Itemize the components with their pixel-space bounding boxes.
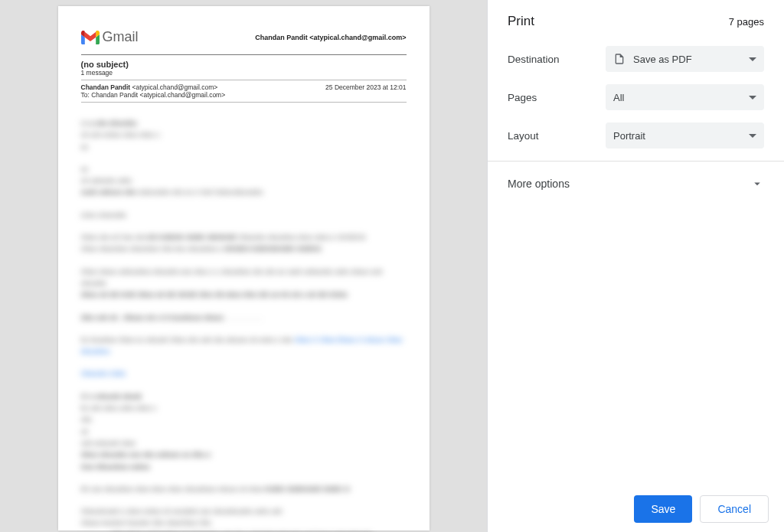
dropdown-caret-icon: [749, 134, 756, 138]
gmail-text: Gmail: [103, 29, 139, 45]
message-count: 1 message: [81, 69, 407, 77]
email-body-redacted: Lk a oke eksoekaok sok eokse okse okse o…: [81, 118, 407, 532]
more-options-label: More options: [508, 178, 570, 190]
email-date: 25 December 2023 at 12:01: [325, 83, 406, 91]
layout-dropdown[interactable]: Portrait: [606, 122, 764, 149]
page-count: 7 pages: [729, 16, 764, 28]
panel-title: Print: [508, 14, 534, 29]
preview-page: Gmail Chandan Pandit <atypical.chand@gma…: [58, 6, 430, 530]
dropdown-caret-icon: [749, 57, 756, 61]
pages-label: Pages: [508, 92, 606, 103]
layout-value: Portrait: [613, 130, 645, 142]
destination-dropdown[interactable]: Save as PDF: [606, 46, 764, 72]
chevron-down-icon: [750, 177, 764, 191]
more-options-toggle[interactable]: More options: [508, 177, 764, 204]
pdf-icon: [613, 52, 626, 66]
print-settings-panel: Print 7 pages Destination Save as PDF Pa…: [487, 0, 784, 532]
gmail-m-icon: [81, 31, 100, 44]
layout-label: Layout: [508, 130, 606, 142]
destination-label: Destination: [508, 54, 606, 65]
account-id: Chandan Pandit <atypical.chand@gmail.com…: [255, 34, 406, 41]
cancel-button[interactable]: Cancel: [700, 495, 769, 523]
pages-value: All: [613, 92, 624, 103]
pages-dropdown[interactable]: All: [606, 84, 764, 110]
from-line: Chandan Pandit <atypical.chand@gmail.com…: [81, 83, 218, 91]
print-preview-area: Gmail Chandan Pandit <atypical.chand@gma…: [0, 0, 487, 532]
to-line: To: Chandan Pandit <atypical.chand@gmail…: [81, 91, 407, 99]
gmail-logo: Gmail: [81, 29, 139, 45]
panel-footer: Save Cancel: [488, 485, 784, 532]
destination-value: Save as PDF: [633, 54, 692, 65]
dropdown-caret-icon: [749, 96, 756, 100]
save-button[interactable]: Save: [634, 495, 692, 523]
email-subject: (no subject): [81, 60, 407, 69]
